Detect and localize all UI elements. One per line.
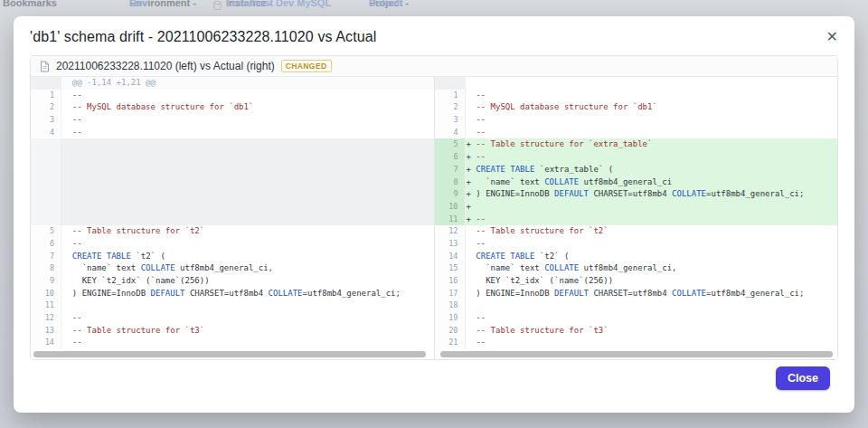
line-number: 1 xyxy=(31,90,61,102)
line-number: 20 xyxy=(435,325,466,338)
code-line xyxy=(61,300,434,312)
code-line: -- MySQL database structure for `db1` xyxy=(466,101,838,114)
diff-row: 12 -- xyxy=(31,312,434,325)
modal-header: 'db1' schema drift - 20211006233228.1102… xyxy=(14,16,854,55)
line-number xyxy=(31,77,61,90)
diff-marker xyxy=(467,313,476,322)
diff-spacer-row xyxy=(31,201,434,214)
code-line: -- xyxy=(61,114,434,127)
diff-row: 12 -- Table structure for `t2` xyxy=(435,225,838,238)
line-number: 17 xyxy=(435,288,466,300)
diff-marker xyxy=(62,128,72,137)
diff-pane-left[interactable]: @@ -1,14 +1,21 @@1 --2 -- MySQL database… xyxy=(31,77,434,359)
changed-badge: CHANGED xyxy=(281,60,332,72)
code-line xyxy=(466,77,838,90)
line-number: 7 xyxy=(435,164,466,176)
close-button[interactable]: Close xyxy=(776,366,830,390)
line-number xyxy=(31,214,61,226)
diff-row: 17 ) ENGINE=InnoDB DEFAULT CHARSET=utf8m… xyxy=(435,288,838,300)
diff-marker xyxy=(467,90,476,100)
close-icon[interactable]: ✕ xyxy=(825,26,840,48)
horizontal-scrollbar-right[interactable] xyxy=(435,349,838,359)
line-number: 8 xyxy=(435,176,466,189)
code-line: CREATE TABLE `t2` ( xyxy=(466,251,838,263)
diff-spacer-row xyxy=(31,214,434,226)
project-link: Default xyxy=(369,0,402,8)
code-line xyxy=(61,201,434,214)
diff-pane-right[interactable]: 1 --2 -- MySQL database structure for `d… xyxy=(434,77,838,359)
code-line xyxy=(61,151,434,164)
diff-marker xyxy=(467,252,476,261)
line-number xyxy=(31,201,61,214)
diff-row: 3 -- xyxy=(435,114,838,127)
horizontal-scrollbar-left[interactable] xyxy=(31,349,434,359)
instance-link: Localhost Dev MySQL xyxy=(226,0,331,8)
diff-row: 2 -- MySQL database structure for `db1` xyxy=(435,101,838,114)
code-line: -- MySQL database structure for `db1` xyxy=(61,101,434,114)
diff-marker xyxy=(467,326,476,335)
line-number: 5 xyxy=(31,225,61,238)
line-number: 12 xyxy=(31,312,61,325)
diff-marker: + xyxy=(467,189,476,198)
line-number xyxy=(31,164,61,176)
diff-viewer: 20211006233228.11020 (left) vs Actual (r… xyxy=(30,55,838,360)
modal-title: 'db1' schema drift - 20211006233228.1102… xyxy=(30,29,838,45)
code-line: CREATE TABLE `t2` ( xyxy=(61,251,434,263)
line-number: 3 xyxy=(31,114,61,127)
code-line: -- xyxy=(466,127,838,139)
diff-row: 1 -- xyxy=(435,90,838,102)
line-number: 7 xyxy=(31,251,61,263)
line-number: 10 xyxy=(435,201,466,214)
diff-marker: + xyxy=(467,177,476,186)
diff-marker xyxy=(467,289,476,298)
diff-row: 18 xyxy=(435,300,838,312)
line-number: 13 xyxy=(31,325,61,338)
line-number: 14 xyxy=(435,251,466,263)
code-line: -- xyxy=(466,114,838,127)
diff-row: 11+ -- xyxy=(435,214,838,226)
diff-marker xyxy=(62,102,72,111)
horizontal-scrollbar-thumb[interactable] xyxy=(33,351,426,357)
line-number: 8 xyxy=(31,262,61,275)
diff-marker: + xyxy=(467,165,476,174)
diff-row: 9 KEY `t2_idx` (`name`(256)) xyxy=(31,275,434,288)
code-line: -- xyxy=(61,312,434,325)
code-line: `name` text COLLATE utf8mb4_general_ci, xyxy=(466,262,838,275)
line-number: 16 xyxy=(435,275,466,288)
diff-marker xyxy=(467,239,476,248)
diff-marker xyxy=(467,300,476,309)
diff-spacer-row xyxy=(31,164,434,176)
code-line: -- xyxy=(61,238,434,251)
code-line: `name` text COLLATE utf8mb4_general_ci, xyxy=(61,262,434,275)
line-number: 5 xyxy=(435,138,466,151)
diff-marker: + xyxy=(467,152,476,161)
diff-row: 21 -- xyxy=(435,337,838,349)
diff-row: 11 xyxy=(31,300,434,312)
code-line: + CREATE TABLE `extra_table` ( xyxy=(466,164,838,176)
code-line xyxy=(61,164,434,176)
diff-row: 2 -- MySQL database structure for `db1` xyxy=(31,101,434,114)
code-line: ) ENGINE=InnoDB DEFAULT CHARSET=utf8mb4 … xyxy=(466,288,838,300)
line-number: 4 xyxy=(435,127,466,139)
diff-row: 20 -- Table structure for `t3` xyxy=(435,325,838,338)
diff-row: 6+ -- xyxy=(435,151,838,164)
diff-marker xyxy=(467,128,476,137)
horizontal-scrollbar-thumb[interactable] xyxy=(440,351,834,357)
diff-row: 5 -- Table structure for `t2` xyxy=(31,225,434,238)
code-line: -- xyxy=(61,337,434,349)
line-number: 6 xyxy=(435,151,466,164)
diff-marker xyxy=(62,252,72,261)
code-line xyxy=(466,300,838,312)
diff-marker xyxy=(467,338,476,347)
line-number: 19 xyxy=(435,312,466,325)
diff-row: 4 -- xyxy=(435,127,838,139)
diff-row: 9+ ) ENGINE=InnoDB DEFAULT CHARSET=utf8m… xyxy=(435,188,838,201)
line-number: 12 xyxy=(435,225,466,238)
code-line: + `name` text COLLATE utf8mb4_general_ci xyxy=(466,176,838,189)
diff-marker xyxy=(62,313,72,322)
code-line xyxy=(61,138,434,151)
diff-marker xyxy=(467,226,476,235)
diff-marker xyxy=(467,102,476,111)
diff-row: 10+ xyxy=(435,201,838,214)
background-topbar: Bookmarks Environment - Dev Instance - L… xyxy=(0,0,868,14)
